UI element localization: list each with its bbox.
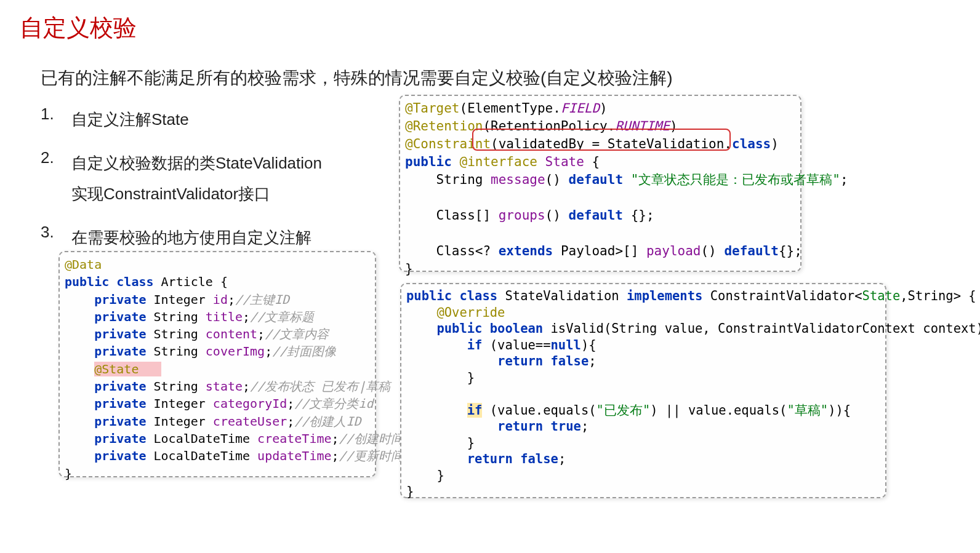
list-item: 2. 自定义校验数据的类StateValidation 实现Constraint…: [41, 148, 322, 209]
list-number: 3.: [41, 223, 71, 253]
list-text: 自定义校验数据的类StateValidation 实现ConstraintVal…: [71, 148, 322, 209]
list-text: 在需要校验的地方使用自定义注解: [71, 223, 311, 253]
code-block-state-validation: public class StateValidation implements …: [400, 283, 886, 498]
code-block-article: @Data public class Article { private Int…: [58, 251, 376, 477]
list-item: 1. 自定义注解State: [41, 105, 322, 135]
page-title: 自定义校验: [20, 12, 137, 44]
list-number: 2.: [41, 148, 71, 209]
list-item: 3. 在需要校验的地方使用自定义注解: [41, 223, 322, 253]
list-text: 自定义注解State: [71, 105, 189, 135]
list-number: 1.: [41, 105, 71, 135]
page-subtitle: 已有的注解不能满足所有的校验需求，特殊的情况需要自定义校验(自定义校验注解): [41, 66, 673, 90]
code-block-state-annotation: @Target(ElementType.FIELD) @Retention(Re…: [399, 95, 801, 272]
ordered-list: 1. 自定义注解State 2. 自定义校验数据的类StateValidatio…: [41, 105, 322, 267]
